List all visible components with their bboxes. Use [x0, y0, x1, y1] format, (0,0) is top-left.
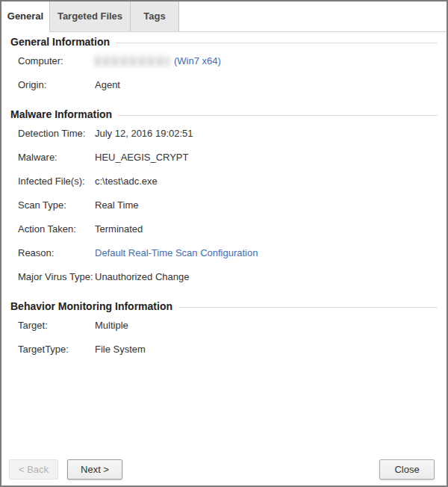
section-title-general-information: General Information	[10, 36, 438, 48]
tab-targeted-files[interactable]: Targeted Files	[50, 1, 131, 31]
tab-bar: General Targeted Files Tags	[1, 1, 447, 32]
close-button[interactable]: Close	[379, 459, 435, 480]
field-label: Scan Type:	[10, 199, 95, 211]
field-value: Default Real-Time Scan Configuration	[95, 247, 438, 258]
field-value: July 12, 2016 19:02:51	[95, 128, 438, 139]
computer-name-redacted	[95, 56, 169, 66]
field-value: File System	[95, 344, 438, 355]
section-title-behavior-monitoring-information: Behavior Monitoring Information	[10, 300, 438, 312]
tab-tags[interactable]: Tags	[131, 1, 179, 31]
field-reason: Reason: Default Real-Time Scan Configura…	[10, 247, 438, 258]
field-infected-files: Infected File(s): c:\test\adc.exe	[10, 176, 438, 187]
field-target-type: TargetType: File System	[10, 344, 438, 355]
field-target: Target: Multiple	[10, 320, 438, 331]
field-value: Agent	[95, 79, 438, 90]
field-value: (Win7 x64)	[95, 55, 438, 66]
section-divider	[178, 307, 438, 308]
field-label: Infected File(s):	[10, 176, 95, 187]
next-button[interactable]: Next >	[67, 459, 122, 480]
field-label: TargetType:	[10, 344, 95, 355]
section-divider	[116, 43, 438, 43]
section-title-text: Behavior Monitoring Information	[10, 300, 172, 312]
field-value: Real Time	[95, 199, 438, 211]
malware-detail-dialog: General Targeted Files Tags General Info…	[0, 0, 448, 487]
field-label: Malware:	[10, 152, 95, 163]
field-label: Computer:	[10, 55, 95, 66]
section-divider	[118, 115, 438, 116]
section-title-malware-information: Malware Information	[10, 108, 438, 120]
field-computer: Computer: (Win7 x64)	[10, 55, 438, 66]
field-value: Multiple	[95, 320, 438, 331]
detail-content: General Information Computer: (Win7 x64)…	[1, 36, 447, 355]
dialog-footer: < Back Next > Close	[1, 459, 447, 480]
field-label: Action Taken:	[10, 223, 95, 235]
tab-general[interactable]: General	[1, 1, 50, 32]
field-origin: Origin: Agent	[10, 79, 438, 90]
field-value: c:\test\adc.exe	[95, 176, 438, 187]
field-label: Reason:	[10, 247, 95, 258]
field-major-virus-type: Major Virus Type: Unauthorized Change	[10, 271, 438, 282]
field-detection-time: Detection Time: July 12, 2016 19:02:51	[10, 128, 438, 139]
field-value: Terminated	[95, 223, 438, 235]
field-value: HEU_AEGIS_CRYPT	[95, 152, 438, 163]
field-label: Origin:	[10, 79, 95, 90]
field-malware: Malware: HEU_AEGIS_CRYPT	[10, 152, 438, 163]
field-action-taken: Action Taken: Terminated	[10, 223, 438, 235]
computer-platform-link[interactable]: (Win7 x64)	[174, 55, 221, 66]
reason-link[interactable]: Default Real-Time Scan Configuration	[95, 247, 258, 258]
section-title-text: General Information	[10, 36, 110, 48]
field-scan-type: Scan Type: Real Time	[10, 199, 438, 211]
back-button: < Back	[9, 459, 58, 480]
field-value: Unauthorized Change	[95, 271, 438, 282]
field-label: Detection Time:	[10, 128, 95, 139]
section-title-text: Malware Information	[10, 108, 112, 120]
field-label: Major Virus Type:	[10, 271, 95, 282]
field-label: Target:	[10, 320, 95, 331]
